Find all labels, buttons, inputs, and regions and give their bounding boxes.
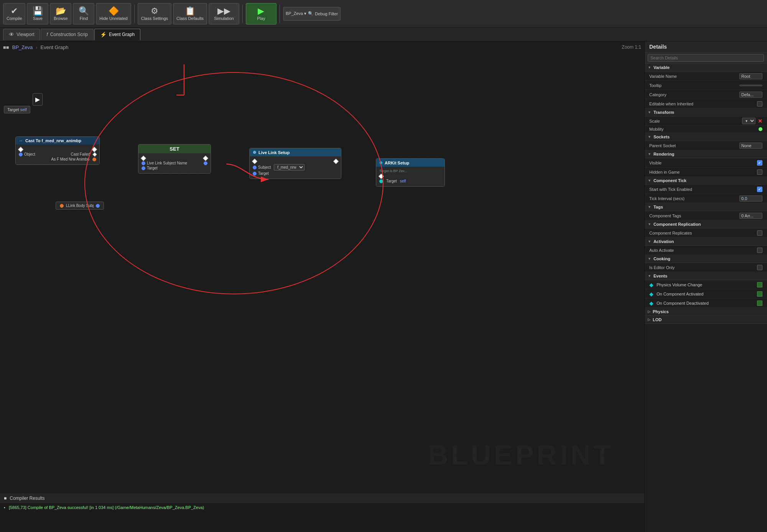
physics-volume-btn[interactable] <box>757 282 762 287</box>
events-section-header[interactable]: ▼ Events <box>645 272 767 280</box>
simulation-button[interactable]: ▶▶ Simulation <box>209 3 239 25</box>
on-deactivated-label: On Component Deactivated <box>657 301 754 305</box>
mobility-row: Mobility <box>645 126 767 133</box>
tab-construction[interactable]: f Construction Scrip <box>41 29 93 40</box>
compiler-bullet: • <box>4 505 5 510</box>
component-replication-section-header[interactable]: ▼ Component Replication <box>645 220 767 228</box>
event-graph-tab-icon: ⚡ <box>100 31 107 38</box>
browse-button[interactable]: 📂 Browse <box>50 3 71 25</box>
set-exec-in-pin[interactable] <box>141 156 146 161</box>
tags-section-header[interactable]: ▼ Tags <box>645 203 767 211</box>
transform-section-header[interactable]: ▼ Transform <box>645 108 767 117</box>
livelink-subject-pin[interactable] <box>253 166 257 169</box>
cast-node-title: Cast To f_med_nrw_animbp <box>25 138 81 143</box>
details-search-input[interactable] <box>648 54 764 62</box>
cast-failed-pin[interactable] <box>92 152 97 156</box>
component-tick-section-header[interactable]: ▼ Component Tick <box>645 177 767 185</box>
breadcrumb-bp-zeva[interactable]: BP_Zeva <box>12 44 33 50</box>
lod-section-header[interactable]: ▷ LOD <box>645 316 767 324</box>
category-value[interactable]: Defa... <box>739 92 762 98</box>
set-exec-out-pin[interactable] <box>203 156 208 161</box>
compile-button[interactable]: ✔ Compile <box>3 3 25 25</box>
scale-label: Scale <box>649 119 742 123</box>
class-settings-label: Class Settings <box>141 16 168 21</box>
details-title: Details <box>645 41 767 53</box>
variable-name-row: Variable Name Root <box>645 72 767 81</box>
auto-activate-label: Auto Activate <box>649 248 757 253</box>
on-activated-btn[interactable] <box>757 291 762 297</box>
variable-section-header[interactable]: ▼ Variable <box>645 64 767 72</box>
cooking-arrow: ▼ <box>648 257 651 261</box>
variable-name-value[interactable]: Root <box>739 73 762 79</box>
start-tick-checkbox[interactable]: ✔ <box>757 187 762 192</box>
editable-checkbox[interactable] <box>757 101 762 107</box>
parent-socket-value[interactable]: None <box>739 143 762 149</box>
cooking-section-header[interactable]: ▼ Cooking <box>645 255 767 263</box>
transform-section-label: Transform <box>653 110 674 115</box>
auto-activate-checkbox[interactable] <box>757 248 762 253</box>
events-label: Events <box>653 274 667 278</box>
arkit-exec-pin[interactable] <box>379 174 384 179</box>
tags-arrow: ▼ <box>648 205 651 209</box>
tab-event-graph[interactable]: ⚡ Event Graph <box>94 29 140 40</box>
livelink-subject-label: Subject <box>258 165 271 169</box>
arkit-node[interactable]: ◈ ARKit Setup Target is BP Zev... Target… <box>376 158 445 187</box>
set-livelink-out-pin[interactable] <box>204 161 207 165</box>
llink-pin[interactable] <box>60 204 64 208</box>
is-editor-only-checkbox[interactable] <box>757 265 762 270</box>
bp-zeva-dropdown[interactable]: BP_Zeva ▾ <box>286 11 306 16</box>
on-deactivated-btn[interactable] <box>757 300 762 306</box>
llink-body-node[interactable]: LLink Body Subj <box>56 202 104 210</box>
cast-node[interactable]: ↔ Cast To f_med_nrw_animbp Object Cast F… <box>15 136 100 165</box>
component-tick-arrow: ▼ <box>648 179 651 182</box>
hide-unrelated-icon: 🔶 <box>109 7 119 15</box>
tooltip-value[interactable] <box>739 85 762 86</box>
visible-checkbox[interactable]: ✔ <box>757 160 762 166</box>
sockets-section-header[interactable]: ▼ Sockets <box>645 133 767 141</box>
cast-output-pin[interactable] <box>92 158 96 161</box>
component-replicates-checkbox[interactable] <box>757 230 762 236</box>
hidden-in-game-checkbox[interactable] <box>757 169 762 175</box>
blueprint-watermark: BLUEPRINT <box>428 439 614 471</box>
class-defaults-button[interactable]: 📋 Class Defaults <box>173 3 207 25</box>
search-icon-toolbar[interactable]: 🔍 <box>308 11 313 16</box>
set-target-pin[interactable] <box>142 166 145 170</box>
scale-row: Scale ▾ ✕ <box>645 117 767 126</box>
cast-exec-in-pin[interactable] <box>18 147 23 152</box>
livelink-target-pin[interactable] <box>253 172 257 176</box>
rendering-section-header[interactable]: ▼ Rendering <box>645 150 767 158</box>
livelink-exec-in-pin[interactable] <box>252 159 257 164</box>
hide-unrelated-button[interactable]: 🔶 Hide Unrelated <box>96 3 131 25</box>
construction-tab-label: Construction Scrip <box>50 32 88 37</box>
component-tags-value[interactable]: 0 Arr... <box>739 213 762 219</box>
hidden-in-game-row: Hidden in Game <box>645 167 767 177</box>
activation-section-header[interactable]: ▼ Activation <box>645 238 767 246</box>
class-settings-button[interactable]: ⚙ Class Settings <box>138 3 171 25</box>
viewport-tab-icon: 👁 <box>9 31 14 38</box>
auto-activate-row: Auto Activate <box>645 246 767 255</box>
physics-section-header[interactable]: ▷ Physics <box>645 308 767 316</box>
tab-viewport[interactable]: 👁 Viewport <box>3 29 40 40</box>
live-link-node[interactable]: ⊕ Live Link Setup Subject f_med_nrw <box>249 148 341 179</box>
tick-interval-value[interactable]: 0.0 <box>739 195 762 202</box>
component-replicates-row: Component Replicates <box>645 228 767 238</box>
cast-object-pin[interactable] <box>19 153 23 156</box>
llink-label: LLink Body Subj <box>66 204 94 208</box>
set-node-title: SET <box>170 146 179 152</box>
sockets-arrow: ▼ <box>648 135 651 139</box>
livelink-exec-out-pin[interactable] <box>333 159 339 164</box>
llink-blue-pin[interactable] <box>96 204 100 208</box>
blueprint-canvas[interactable]: ■■ BP_Zeva › Event Graph Zoom 1:1 Target… <box>0 41 644 532</box>
find-button[interactable]: 🔍 Find <box>73 3 94 25</box>
cast-exec-out-pin[interactable] <box>92 147 97 152</box>
scale-dropdown[interactable]: ▾ <box>742 118 755 124</box>
livelink-subject-dropdown[interactable]: f_med_nrw <box>274 164 304 171</box>
find-icon: 🔍 <box>79 7 89 15</box>
set-livelink-pin[interactable] <box>142 161 145 165</box>
arkit-target-pin[interactable] <box>379 179 383 183</box>
set-node[interactable]: SET Live Link Subject Name Target <box>138 144 211 174</box>
save-button[interactable]: 💾 Save <box>27 3 48 25</box>
editable-row: Editable when Inherited <box>645 99 767 108</box>
play-button[interactable]: ▶ Play <box>246 3 277 25</box>
lod-arrow: ▷ <box>648 318 650 322</box>
